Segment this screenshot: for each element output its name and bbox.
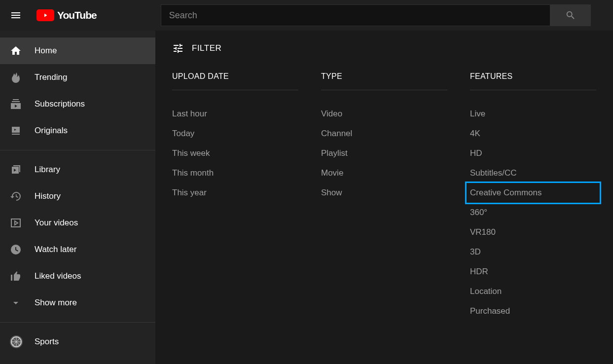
filter-label: FILTER — [192, 43, 221, 53]
filter-option-4k[interactable]: 4K — [470, 124, 596, 144]
filter-option-creative-commons[interactable]: Creative Commons — [465, 182, 601, 204]
sidebar-item-label: Liked videos — [35, 271, 81, 281]
watch-later-icon — [10, 244, 22, 255]
sidebar-item-label: Originals — [35, 126, 68, 136]
filter-column-heading: FEATURES — [470, 72, 596, 90]
brand-text: YouTube — [57, 9, 97, 21]
logo-badge — [36, 9, 54, 21]
sidebar-item-liked-videos[interactable]: Liked videos — [0, 263, 155, 290]
sidebar-item-library[interactable]: Library — [0, 156, 155, 183]
main-content: FILTER UPLOAD DATELast hourTodayThis wee… — [155, 31, 613, 364]
filter-option-this-year[interactable]: This year — [172, 183, 298, 203]
sidebar-item-originals[interactable]: Originals — [0, 117, 155, 144]
filter-column-heading: UPLOAD DATE — [172, 72, 298, 90]
filter-column-upload-date: UPLOAD DATELast hourTodayThis weekThis m… — [172, 72, 298, 321]
filter-button[interactable]: FILTER — [172, 42, 596, 54]
sidebar-item-subscriptions[interactable]: Subscriptions — [0, 91, 155, 117]
sidebar-item-label: Watch later — [35, 245, 76, 255]
sidebar-separator — [0, 322, 155, 323]
search-input[interactable] — [161, 4, 550, 26]
sidebar-item-home[interactable]: Home — [0, 37, 155, 64]
filter-option-vr180[interactable]: VR180 — [470, 222, 596, 242]
filter-option-location[interactable]: Location — [470, 282, 596, 301]
filter-option-show[interactable]: Show — [321, 183, 447, 203]
sidebar-item-sports[interactable]: Sports — [0, 328, 155, 355]
home-icon — [10, 45, 22, 57]
your-videos-icon — [10, 217, 22, 229]
library-icon — [10, 164, 22, 176]
history-icon — [10, 190, 22, 202]
sidebar-item-label: Library — [35, 165, 60, 175]
filter-column-heading: TYPE — [321, 72, 447, 90]
filter-option-last-hour[interactable]: Last hour — [172, 104, 298, 124]
play-icon — [42, 12, 48, 18]
filter-option-3d[interactable]: 3D — [470, 242, 596, 262]
trending-icon — [10, 72, 22, 83]
sidebar-item-label: Your videos — [35, 218, 78, 228]
filter-option-hd[interactable]: HD — [470, 144, 596, 163]
sidebar-item-history[interactable]: History — [0, 183, 155, 210]
filter-option-this-month[interactable]: This month — [172, 163, 298, 183]
filter-column-type: TYPEVideoChannelPlaylistMovieShow — [321, 72, 447, 321]
sidebar-item-trending[interactable]: Trending — [0, 64, 155, 91]
filter-option-movie[interactable]: Movie — [321, 163, 447, 183]
search-icon — [565, 10, 576, 21]
filter-option-hdr[interactable]: HDR — [470, 262, 596, 282]
sidebar-item-show-more[interactable]: Show more — [0, 290, 155, 316]
liked-icon — [10, 270, 22, 282]
sidebar-item-watch-later[interactable]: Watch later — [0, 236, 155, 263]
sidebar-item-label: Show more — [35, 298, 77, 308]
filter-option-subtitles-cc[interactable]: Subtitles/CC — [470, 163, 596, 183]
sports-icon — [10, 335, 23, 348]
subscriptions-icon — [10, 98, 22, 110]
sidebar-item-label: Sports — [35, 337, 59, 347]
filter-option-playlist[interactable]: Playlist — [321, 144, 447, 163]
originals-icon — [10, 125, 22, 137]
sidebar-item-label: Trending — [35, 73, 67, 82]
filter-option-video[interactable]: Video — [321, 104, 447, 124]
topbar: YouTube — [0, 0, 613, 31]
sidebar-item-label: History — [35, 191, 61, 201]
filter-option-purchased[interactable]: Purchased — [470, 301, 596, 321]
filter-option-today[interactable]: Today — [172, 124, 298, 144]
filter-option-360-[interactable]: 360° — [470, 203, 596, 222]
filter-option-live[interactable]: Live — [470, 104, 596, 124]
filter-option-this-week[interactable]: This week — [172, 144, 298, 163]
sidebar: HomeTrendingSubscriptionsOriginalsLibrar… — [0, 31, 155, 364]
sidebar-item-label: Home — [35, 46, 57, 56]
chevron-down-icon — [10, 297, 22, 309]
sidebar-item-label: Subscriptions — [35, 99, 85, 109]
search-button[interactable] — [550, 4, 591, 26]
filter-option-channel[interactable]: Channel — [321, 124, 447, 144]
hamburger-icon — [10, 9, 22, 21]
tune-icon — [172, 42, 184, 54]
sidebar-item-your-videos[interactable]: Your videos — [0, 210, 155, 236]
logo[interactable]: YouTube — [36, 9, 97, 21]
search-container — [161, 4, 591, 26]
menu-button[interactable] — [10, 9, 22, 21]
filter-columns: UPLOAD DATELast hourTodayThis weekThis m… — [172, 72, 596, 321]
filter-column-features: FEATURESLive4KHDSubtitles/CCCreative Com… — [470, 72, 596, 321]
sidebar-separator — [0, 150, 155, 150]
